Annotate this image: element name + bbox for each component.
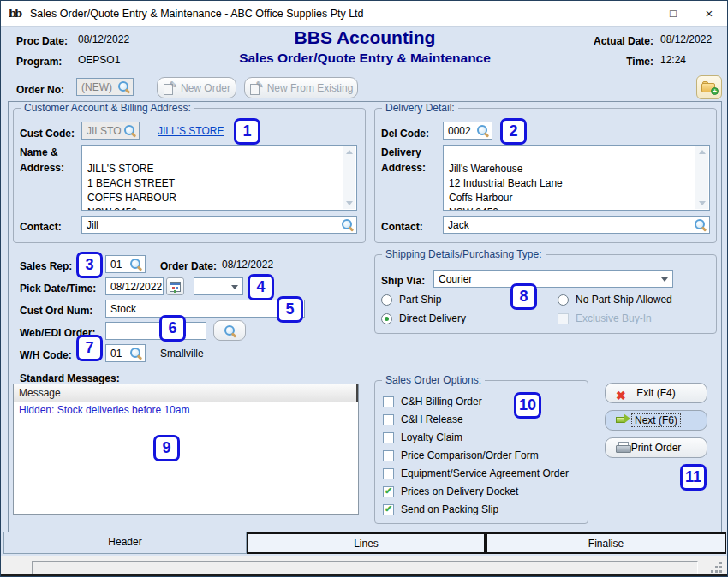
wh-code-field[interactable]: 01 (105, 344, 146, 362)
order-no-field[interactable]: (NEW) (76, 78, 134, 96)
checkbox-checked-icon (383, 486, 394, 497)
loyalty-claim-checkbox[interactable]: Loyalty Claim (383, 431, 462, 443)
pick-date-field[interactable]: 08/12/2022 (105, 277, 164, 295)
tab-header[interactable]: Header (3, 532, 247, 554)
delivery-contact-label: Contact: (381, 219, 423, 235)
next-arrow-icon (616, 414, 630, 424)
customer-contact-search-icon[interactable] (341, 218, 354, 231)
standard-messages-list[interactable]: Message Hidden: Stock deliveries before … (13, 384, 359, 515)
resize-grip[interactable] (719, 570, 722, 573)
annotation-8: 8 (510, 283, 537, 310)
time-label: Time: (583, 54, 653, 69)
message-row[interactable]: Hidden: Stock deliveries before 10am (14, 402, 358, 418)
open-folder-button[interactable] (696, 75, 722, 99)
order-no-search-icon[interactable] (117, 80, 130, 93)
exclusive-buy-in-checkbox[interactable]: Exclusive Buy-In (558, 312, 652, 324)
sales-rep-search-icon[interactable] (129, 258, 142, 271)
next-button[interactable]: Next (F6) (605, 410, 707, 431)
part-ship-radio[interactable]: Part Ship (381, 294, 441, 306)
annotation-10: 10 (514, 392, 541, 419)
new-order-label: New Order (181, 82, 230, 94)
del-code-field[interactable]: 0002 (443, 122, 492, 140)
pick-time-combo[interactable] (194, 277, 243, 295)
exit-icon (616, 387, 626, 406)
pick-date-time-label: Pick Date/Time: (20, 281, 96, 296)
billing-address-textarea[interactable]: JILL'S STORE 1 BEACH STREET COFFS HARBOU… (81, 145, 357, 211)
ship-via-combo[interactable]: Courier (433, 270, 673, 288)
printer-icon (616, 442, 630, 455)
delivery-contact-field[interactable]: Jack (443, 216, 710, 234)
time-value: 12:24 (660, 54, 686, 66)
web-edi-search-button[interactable] (213, 320, 246, 341)
prices-on-delivery-checkbox[interactable]: Prices on Delivery Docket (383, 485, 518, 497)
annotation-6: 6 (159, 315, 186, 342)
wh-name-value: Smallville (160, 348, 204, 360)
cust-ord-num-field[interactable]: Stock (105, 300, 305, 318)
customer-name-link[interactable]: JILL'S STORE (158, 125, 224, 137)
web-edi-field[interactable] (105, 322, 206, 340)
customer-contact-value: Jill (87, 219, 98, 231)
program-label: Program: (16, 54, 62, 69)
scroll-down-icon[interactable] (346, 201, 353, 205)
close-icon[interactable]: × (691, 1, 727, 27)
wh-code-value: 01 (110, 348, 122, 360)
delivery-address-label: Delivery Address: (381, 145, 426, 175)
exit-button[interactable]: Exit (F4) (605, 383, 707, 403)
checkbox-icon (383, 468, 394, 479)
cust-code-field[interactable]: JILSTO (81, 122, 140, 140)
checkbox-icon (558, 313, 569, 324)
billing-address-scrollbar[interactable] (343, 146, 355, 209)
cust-code-search-icon[interactable] (123, 124, 136, 137)
calendar-button[interactable] (166, 277, 184, 295)
print-order-button[interactable]: Print Order (605, 437, 707, 458)
direct-delivery-label: Direct Delivery (399, 313, 466, 324)
cust-ord-num-value: Stock (110, 303, 136, 315)
ch-release-label: C&H Release (401, 414, 463, 425)
search-icon (224, 324, 236, 337)
tab-lines[interactable]: Lines (247, 532, 486, 554)
delivery-contact-search-icon[interactable] (694, 218, 707, 231)
name-address-label: Name & Address: (20, 145, 64, 175)
ch-release-checkbox[interactable]: C&H Release (383, 413, 463, 425)
chevron-down-icon (231, 285, 238, 289)
proc-date-value: 08/12/2022 (78, 33, 129, 45)
message-column-header: Message (14, 384, 358, 402)
next-label: Next (F6) (632, 414, 680, 426)
new-from-existing-button[interactable]: New From Existing (244, 77, 358, 98)
no-part-ship-radio[interactable]: No Part Ship Allowed (558, 294, 672, 306)
scroll-up-icon[interactable] (699, 150, 706, 154)
maximize-icon[interactable]: □ (655, 1, 691, 27)
actual-date-label: Actual Date: (583, 33, 653, 49)
customer-contact-field[interactable]: Jill (81, 216, 357, 234)
minimize-icon[interactable]: – (619, 1, 655, 27)
del-code-search-icon[interactable] (476, 124, 489, 137)
app-subtitle: Sales Order/Quote Entry & Maintenance (151, 51, 579, 66)
order-no-label: Order No: (16, 82, 64, 98)
sales-rep-field[interactable]: 01 (105, 255, 146, 273)
delivery-contact-value: Jack (448, 219, 469, 231)
pick-date-value: 08/12/2022 (110, 281, 162, 293)
checkbox-icon (383, 450, 394, 461)
send-on-packing-slip-checkbox[interactable]: Send on Packing Slip (383, 503, 498, 515)
equipment-service-checkbox[interactable]: Equipment/Service Agreement Order (383, 467, 569, 479)
wh-code-search-icon[interactable] (129, 347, 142, 360)
checkbox-checked-icon (383, 504, 394, 515)
del-code-value: 0002 (448, 125, 471, 137)
delivery-address-textarea[interactable]: Jill's Warehouse 12 Industrial Beach Lan… (443, 145, 710, 211)
ch-billing-order-checkbox[interactable]: C&H Billing Order (383, 396, 482, 407)
options-legend: Sales Order Options: (382, 374, 485, 386)
delivery-address-scrollbar[interactable] (695, 146, 708, 209)
new-order-button[interactable]: New Order (157, 77, 236, 98)
tab-finalise[interactable]: Finalise (486, 532, 726, 554)
annotation-1: 1 (234, 118, 260, 145)
scroll-down-icon[interactable] (699, 201, 706, 205)
scroll-up-icon[interactable] (346, 150, 353, 154)
program-value: OEPSO1 (78, 54, 120, 66)
annotation-5: 5 (277, 296, 303, 323)
direct-delivery-radio[interactable]: Direct Delivery (381, 312, 466, 324)
checkbox-icon (383, 396, 394, 407)
chevron-down-icon (661, 277, 668, 282)
billing-address-value: JILL'S STORE 1 BEACH STREET COFFS HARBOU… (87, 163, 176, 211)
price-comparison-checkbox[interactable]: Price Comparison/Order Form (383, 449, 539, 461)
window-bottom-edge (1, 574, 727, 576)
